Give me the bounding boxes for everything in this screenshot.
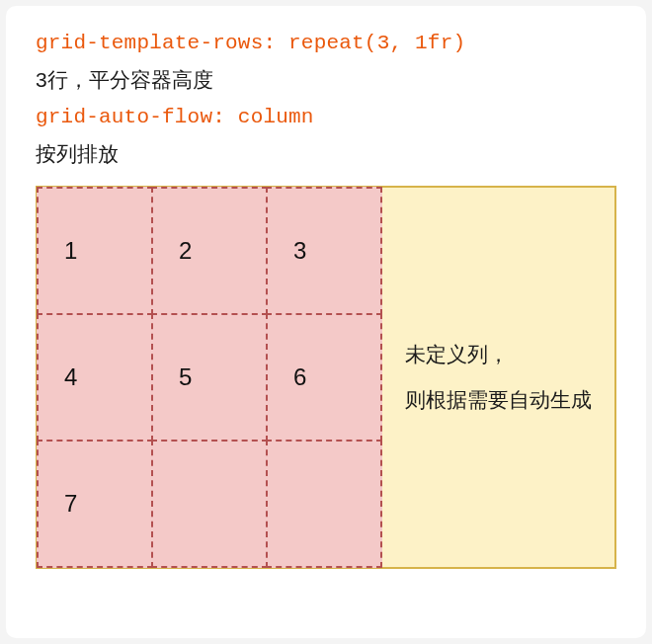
side-note-line-1: 未定义列， <box>405 332 614 377</box>
cell-5: 5 <box>151 313 268 442</box>
cell-2: 2 <box>151 187 268 315</box>
desc-line-2: 按列排放 <box>36 140 616 168</box>
card: grid-template-rows: repeat(3, 1fr) 3行，平分… <box>6 6 646 638</box>
code-line-1: grid-template-rows: repeat(3, 1fr) <box>36 32 616 54</box>
grid-zone: 1 4 7 2 5 3 6 <box>38 188 381 567</box>
cell-6: 6 <box>266 313 382 442</box>
cell-3: 3 <box>266 187 382 315</box>
cell-empty-r3c3 <box>266 440 382 568</box>
cell-7: 7 <box>37 440 153 568</box>
cell-1: 1 <box>37 187 153 315</box>
code-line-2: grid-auto-flow: column <box>36 106 616 128</box>
desc-line-1: 3行，平分容器高度 <box>36 66 616 94</box>
diagram: 1 4 7 2 5 3 6 未定义列， 则根据需要自动生成 <box>36 186 616 569</box>
cell-4: 4 <box>37 313 153 442</box>
side-note: 未定义列， 则根据需要自动生成 <box>381 188 614 567</box>
cell-empty-r2c3 <box>151 440 268 568</box>
side-note-line-2: 则根据需要自动生成 <box>405 377 614 423</box>
